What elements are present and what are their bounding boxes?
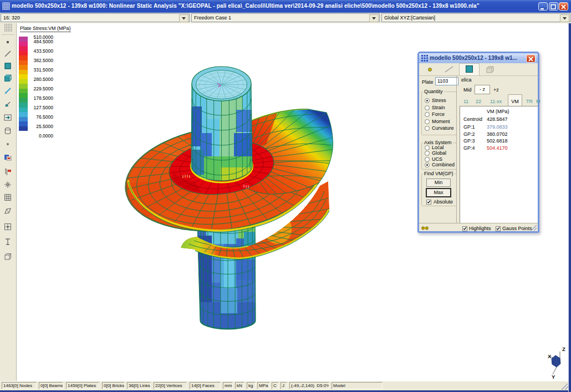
svg-text:Z: Z bbox=[562, 346, 565, 352]
svg-text:Y: Y bbox=[552, 374, 555, 380]
svg-text:X: X bbox=[548, 353, 552, 359]
